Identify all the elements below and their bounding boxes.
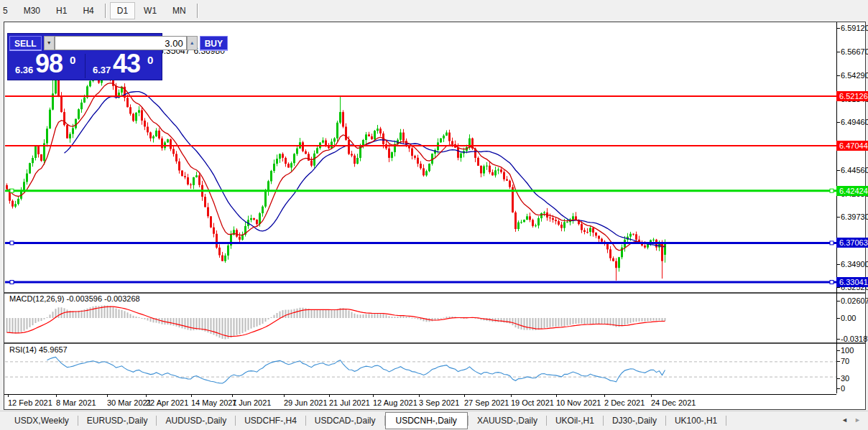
price-axis-tick	[836, 122, 840, 123]
price-axis-tick	[836, 75, 840, 76]
timeframe-button-mn[interactable]: MN	[165, 2, 193, 19]
timeframe-button-h4[interactable]: H4	[75, 2, 101, 19]
rsi-axis-label: 100	[841, 346, 854, 355]
tab-separator	[726, 416, 726, 426]
buy-price-small: 6.37	[93, 65, 111, 75]
price-axis-label: 6.49460	[841, 118, 868, 126]
price-axis-tick	[836, 52, 840, 52]
date-axis-label: 27 Sep 2021	[464, 398, 509, 407]
price-axis-tick	[836, 287, 840, 288]
rsi-axis-tick	[836, 361, 840, 362]
sell-price-big: 98	[35, 49, 63, 79]
rsi-name: RSI(14)	[9, 345, 37, 354]
volume-decrease-icon[interactable]: ▼	[44, 36, 55, 50]
macd-value-main: -0.003596	[66, 294, 102, 303]
chart-tabs-bar: USDX,WeeklyEURUSD-,DailyAUDUSD-,DailyUSD…	[0, 411, 868, 430]
date-axis-label: 12 Aug 2021	[373, 398, 417, 407]
macd-axis-label: 0.02607	[841, 296, 868, 305]
macd-label: MACD(12,26,9) -0.003596 -0.003268	[9, 294, 140, 303]
price-axis-label: 6.59120	[841, 24, 868, 32]
volume-stepper: ▼ ▲	[44, 36, 198, 50]
chart-tab-eurusd-daily[interactable]: EURUSD-,Daily	[78, 413, 157, 429]
chart-tab-xauusd-daily[interactable]: XAUUSD-,Daily	[468, 413, 546, 429]
chart-tab-usdcnh-daily[interactable]: USDCNH-,Daily	[385, 412, 468, 429]
date-axis-tick	[191, 395, 192, 397]
date-axis-label: 3 Sep 2021	[419, 398, 459, 407]
timeframe-button-m30[interactable]: M30	[17, 2, 47, 19]
rsi-indicator-chart	[5, 344, 836, 393]
price-axis-tick	[836, 264, 840, 265]
panel-splitter[interactable]	[4, 342, 865, 344]
chart-tab-usdx-weekly[interactable]: USDX,Weekly	[6, 413, 78, 429]
date-axis-label: 14 May 2021	[191, 398, 237, 407]
chart-tab-dj30-daily[interactable]: DJ30-,Daily	[604, 413, 665, 429]
rsi-axis-tick	[836, 378, 840, 379]
timeframe-button-w1[interactable]: W1	[137, 2, 164, 19]
price-axis-border	[836, 22, 837, 393]
volume-input[interactable]	[55, 36, 187, 50]
date-axis-label: 21 Jul 2021	[329, 398, 370, 407]
price-divider	[85, 54, 86, 78]
date-axis-tick	[8, 395, 9, 397]
panel-splitter[interactable]	[4, 292, 865, 294]
sell-price-small: 6.36	[15, 65, 33, 75]
date-axis-tick	[56, 395, 57, 397]
chart-tab-audusd-daily[interactable]: AUDUSD-,Daily	[157, 413, 235, 429]
macd-axis-tick	[836, 339, 840, 340]
date-axis-label: 29 Jun 2021	[284, 398, 328, 407]
rsi-value: 45.9657	[39, 345, 68, 354]
price-axis-label: 6.54290	[841, 71, 868, 80]
price-axis-label: 6.39730	[841, 212, 868, 221]
date-axis-label: 2 Dec 2021	[604, 398, 645, 407]
date-axis-tick	[232, 395, 233, 397]
chart-tab-uk100-h1[interactable]: UK100-,H1	[666, 413, 726, 429]
date-axis-tick	[464, 395, 465, 397]
timeframe-button-5[interactable]: 5	[1, 2, 15, 19]
date-axis-tick	[107, 395, 108, 397]
price-axis-tick	[836, 28, 840, 29]
date-axis-tick	[511, 395, 512, 397]
price-axis-tick	[836, 217, 840, 218]
macd-axis-label: 0.00	[841, 314, 856, 322]
sell-price[interactable]: 6.36 98 0	[9, 52, 84, 80]
rsi-axis-label: 30	[841, 374, 849, 383]
timeframe-button-d1[interactable]: D1	[110, 2, 135, 19]
buy-price[interactable]: 6.37 43 0	[87, 52, 162, 80]
price-axis-tick	[836, 170, 840, 171]
date-axis-tick	[373, 395, 374, 397]
toolbar-separator	[197, 4, 198, 18]
macd-axis-label: -0.03187	[841, 335, 868, 343]
price-line-badge: 6.47044	[836, 141, 868, 151]
chart-tab-usdcad-daily[interactable]: USDCAD-,Daily	[306, 413, 384, 429]
timeframe-toolbar: 5M30H1H4D1W1MN	[0, 0, 868, 21]
tabs-scroll-left-icon[interactable]: ◄	[841, 416, 848, 424]
chart-tab-ukoil-h1[interactable]: UKOil-,H1	[547, 413, 603, 429]
macd-axis-tick	[836, 318, 840, 319]
price-axis-label: 6.56670	[841, 47, 868, 56]
date-axis: 12 Feb 20218 Mar 202130 Mar 202122 Apr 2…	[4, 394, 836, 409]
date-axis-label: 8 Mar 2021	[56, 398, 96, 407]
buy-button[interactable]: BUY	[200, 36, 228, 51]
price-line-badge: 6.37063	[836, 238, 868, 248]
date-axis-label: 22 Apr 2021	[146, 398, 188, 407]
toolbar-separator	[105, 4, 106, 18]
date-axis-tick	[556, 395, 557, 397]
volume-increase-icon[interactable]: ▲	[187, 36, 198, 50]
date-axis-tick	[146, 395, 147, 397]
tabs-scroll-right-icon[interactable]: ►	[854, 416, 861, 424]
rsi-label: RSI(14) 45.9657	[9, 345, 68, 354]
sell-price-sup: 0	[70, 54, 75, 66]
macd-value-signal: -0.003268	[104, 294, 140, 303]
timeframe-button-h1[interactable]: H1	[49, 2, 74, 19]
chart-tab-usdchf-h4[interactable]: USDCHF-,H4	[236, 413, 305, 429]
macd-name: MACD(12,26,9)	[9, 294, 64, 303]
date-axis-label: 7 Jun 2021	[232, 398, 271, 407]
rsi-axis-label: 70	[841, 357, 849, 365]
date-axis-label: 10 Nov 2021	[556, 398, 601, 407]
price-axis-label: 6.44560	[841, 166, 868, 174]
price-axis-label: 6.34900	[841, 260, 868, 268]
rsi-axis-tick	[836, 388, 840, 389]
price-line-badge: 6.33041	[836, 277, 868, 287]
price-line-badge: 6.42424	[836, 186, 868, 196]
one-click-trade-panel: SELL ▼ ▲ BUY 6.36 98 0 6.37 43 0	[7, 33, 162, 80]
